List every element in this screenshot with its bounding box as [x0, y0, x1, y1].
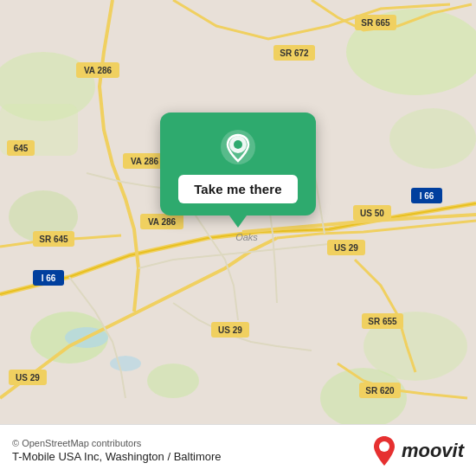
svg-text:US 29: US 29: [334, 243, 358, 253]
location-pin-icon: [219, 128, 257, 166]
svg-point-45: [234, 140, 242, 149]
svg-text:VA 286: VA 286: [148, 217, 177, 227]
svg-text:Oaks: Oaks: [235, 232, 258, 242]
moovit-pin-icon: [372, 435, 396, 466]
moovit-logo: moovit: [372, 435, 464, 466]
svg-text:VA 286: VA 286: [131, 157, 159, 166]
copyright-text: © OpenStreetMap contributors: [12, 438, 222, 448]
svg-text:US 29: US 29: [218, 325, 242, 335]
svg-text:SR 655: SR 655: [368, 317, 397, 326]
svg-point-46: [379, 441, 389, 452]
svg-text:I 66: I 66: [42, 273, 56, 283]
svg-text:SR 672: SR 672: [280, 48, 309, 58]
svg-text:US 29: US 29: [16, 373, 40, 383]
svg-text:SR 665: SR 665: [361, 18, 390, 28]
svg-text:I 66: I 66: [420, 191, 434, 201]
svg-text:US 50: US 50: [360, 209, 384, 218]
bottom-bar: © OpenStreetMap contributors T-Mobile US…: [0, 424, 476, 476]
svg-text:SR 645: SR 645: [39, 235, 68, 244]
moovit-wordmark: moovit: [402, 440, 464, 462]
company-info: T-Mobile USA Inc, Washington / Baltimore: [12, 450, 222, 463]
svg-text:VA 286: VA 286: [84, 66, 113, 75]
map-container: VA 286 VA 286 VA 286 SR 665 SR 672 645 S…: [0, 0, 476, 424]
take-me-there-button[interactable]: Take me there: [178, 175, 298, 203]
popup-card: Take me there: [160, 113, 316, 215]
svg-text:SR 620: SR 620: [365, 386, 395, 396]
bottom-left-info: © OpenStreetMap contributors T-Mobile US…: [12, 438, 222, 463]
svg-point-7: [147, 363, 199, 398]
svg-text:645: 645: [14, 144, 29, 153]
svg-point-3: [389, 108, 476, 169]
svg-point-11: [110, 356, 141, 371]
